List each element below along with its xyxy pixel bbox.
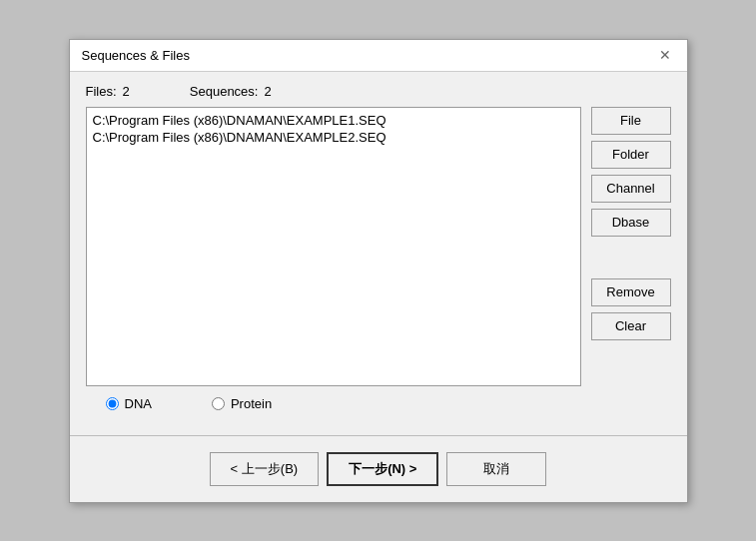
cancel-button[interactable]: 取消 [446,452,546,486]
dialog-title: Sequences & Files [82,48,190,63]
remove-button[interactable]: Remove [591,278,671,306]
files-label: Files: [86,84,117,99]
back-button[interactable]: < 上一步(B) [210,452,320,486]
file-list[interactable]: C:\Program Files (x86)\DNAMAN\EXAMPLE1.S… [86,107,581,386]
divider [70,435,687,436]
files-value: 2 [123,84,130,99]
stats-row: Files: 2 Sequences: 2 [86,84,671,99]
protein-label: Protein [231,396,272,411]
dna-radio[interactable] [106,397,119,410]
footer: < 上一步(B) 下一步(N) > 取消 [70,444,687,502]
clear-button[interactable]: Clear [591,312,671,340]
sequences-value: 2 [264,84,271,99]
dna-label: DNA [125,396,152,411]
button-panel: File Folder Channel Dbase Remove Clear [591,107,671,386]
file-button[interactable]: File [591,107,671,135]
next-button[interactable]: 下一步(N) > [327,452,438,486]
protein-radio[interactable] [212,397,225,410]
close-button[interactable]: ✕ [655,48,675,62]
sequences-files-dialog: Sequences & Files ✕ Files: 2 Sequences: … [69,39,688,503]
folder-button[interactable]: Folder [591,141,671,169]
spacer [591,243,671,272]
protein-radio-group: Protein [212,396,272,411]
list-item[interactable]: C:\Program Files (x86)\DNAMAN\EXAMPLE2.S… [91,129,576,146]
sequences-stat: Sequences: 2 [190,84,272,99]
title-bar: Sequences & Files ✕ [70,40,687,72]
radio-row: DNA Protein [86,396,671,411]
sequences-label: Sequences: [190,84,259,99]
list-item[interactable]: C:\Program Files (x86)\DNAMAN\EXAMPLE1.S… [91,112,576,129]
dbase-button[interactable]: Dbase [591,209,671,237]
channel-button[interactable]: Channel [591,175,671,203]
dna-radio-group: DNA [106,396,152,411]
main-area: C:\Program Files (x86)\DNAMAN\EXAMPLE1.S… [86,107,671,386]
files-stat: Files: 2 [86,84,130,99]
dialog-body: Files: 2 Sequences: 2 C:\Program Files (… [70,72,687,423]
